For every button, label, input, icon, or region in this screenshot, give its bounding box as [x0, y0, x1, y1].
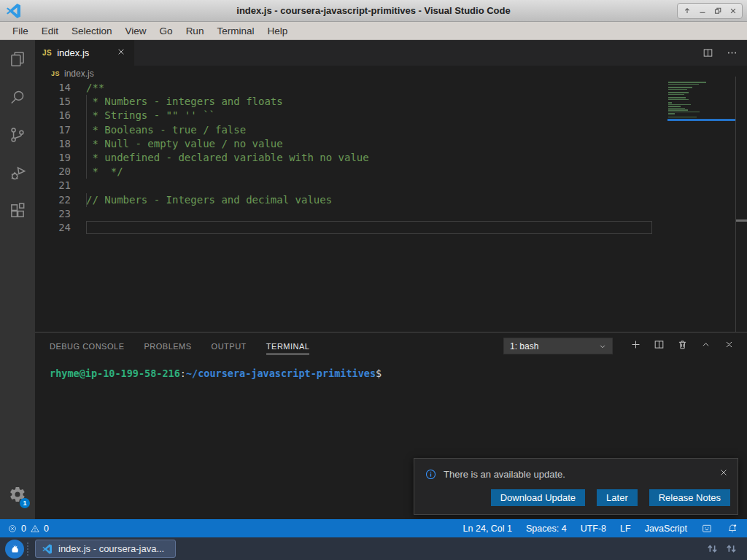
minimap-line [668, 106, 681, 107]
maximize-panel-chevron-up-icon[interactable] [700, 338, 712, 354]
info-icon [425, 468, 437, 481]
notification-close-icon[interactable] [719, 467, 729, 481]
minimize-window-button[interactable] [694, 4, 710, 18]
code-line[interactable]: 17 * Booleans - true / false [35, 123, 652, 137]
more-actions-icon[interactable] [726, 47, 738, 59]
settings-badge: 1 [20, 498, 30, 508]
code-line[interactable]: 21 [35, 179, 652, 192]
chevron-down-icon [597, 341, 608, 351]
menu-item[interactable]: Help [260, 22, 294, 40]
panel-tab[interactable]: DEBUG CONSOLE [50, 338, 124, 354]
panel-header: DEBUG CONSOLEPROBLEMSOUTPUTTERMINAL 1: b… [35, 332, 747, 359]
minimap-line [668, 117, 697, 118]
terminal-select[interactable]: 1: bash [503, 338, 613, 354]
warnings-icon [30, 524, 40, 534]
menu-item[interactable]: Terminal [210, 22, 260, 40]
tab-indexjs[interactable]: JS index.js [35, 40, 134, 66]
code-line[interactable]: 18 * Null - empty value / no value [35, 137, 652, 151]
line-text: * Numbers - integers and floats [86, 95, 283, 109]
terminal-select-value: 1: bash [510, 341, 597, 351]
panel-tab[interactable]: PROBLEMS [144, 338, 191, 354]
minimap-line [668, 87, 692, 88]
search-icon[interactable] [0, 78, 35, 116]
code-line[interactable]: 16 * Strings - "" '' `` [35, 109, 652, 122]
new-terminal-icon[interactable] [630, 338, 642, 354]
menu-item[interactable]: Selection [65, 22, 119, 40]
line-text: * Null - empty value / no value [86, 137, 283, 151]
window-title: index.js - coursera-javascript-primitive… [0, 5, 747, 16]
settings-gear-icon[interactable]: 1 [0, 477, 35, 512]
split-editor-icon[interactable] [702, 47, 714, 59]
code-line[interactable]: 20 * */ [35, 165, 652, 179]
code-line[interactable]: 15 * Numbers - integers and floats [35, 95, 652, 109]
terminal-prompt-symbol: $ [376, 368, 382, 379]
code-line[interactable]: 14 /** [35, 81, 652, 95]
errors-icon [7, 524, 18, 534]
menu-item[interactable]: File [6, 22, 35, 40]
line-text: * undefined - declared variable with no … [86, 151, 369, 165]
overview-ruler-cursor-marker [736, 219, 747, 222]
tab-close-icon[interactable] [115, 46, 127, 61]
minimap-line [668, 109, 688, 111]
line-number: 23 [35, 207, 71, 221]
notifications-bell-icon[interactable] [727, 523, 738, 534]
feedback-smiley-icon[interactable] [701, 523, 713, 534]
notification-button[interactable]: Release Notes [649, 489, 730, 506]
status-bar: 0 0 Ln 24, Col 1Spaces: 4UTF-8LFJavaScri… [0, 519, 747, 537]
maximize-window-button[interactable] [710, 4, 725, 18]
tab-label: index.js [57, 47, 115, 58]
line-number: 14 [35, 81, 71, 95]
taskbar-task-button[interactable]: index.js - coursera-java... [35, 540, 176, 558]
network-traffic-icon[interactable] [705, 542, 719, 556]
menu-item[interactable]: View [119, 22, 153, 40]
menu-item[interactable]: Edit [35, 22, 65, 40]
status-bar-right: Ln 24, Col 1Spaces: 4UTF-8LFJavaScript [463, 523, 747, 534]
close-panel-icon[interactable] [723, 338, 735, 354]
status-item[interactable]: JavaScript [645, 524, 687, 534]
run-debug-icon[interactable] [0, 154, 35, 192]
problems-status[interactable]: 0 0 [0, 524, 49, 534]
minimap-line [668, 99, 689, 101]
menu-item[interactable]: Run [179, 22, 211, 40]
line-number: 21 [35, 179, 71, 192]
source-control-icon[interactable] [0, 116, 35, 154]
status-item[interactable]: Spaces: 4 [526, 524, 567, 534]
applications-menu-icon[interactable] [5, 540, 24, 559]
code-line[interactable]: 24 [35, 221, 652, 235]
status-items: Ln 24, Col 1Spaces: 4UTF-8LFJavaScript [463, 524, 687, 534]
code-line[interactable]: 23 [35, 207, 652, 221]
overview-ruler-border [735, 77, 736, 332]
panel-tab[interactable]: OUTPUT [212, 338, 247, 354]
update-notification: There is an available update. Download U… [414, 458, 738, 515]
shade-window-button[interactable] [679, 4, 694, 18]
status-item[interactable]: LF [620, 524, 631, 534]
kill-terminal-trash-icon[interactable] [676, 338, 689, 354]
line-text: * Strings - "" '' `` [86, 109, 215, 122]
line-number: 20 [35, 165, 71, 179]
split-terminal-icon[interactable] [653, 338, 665, 354]
minimap-line [668, 108, 685, 109]
terminal-user-host: rhyme@ip-10-199-58-216 [50, 368, 180, 379]
terminal-output[interactable]: rhyme@ip-10-199-58-216:~/coursera-javasc… [35, 359, 747, 379]
warning-count: 0 [44, 524, 49, 534]
code-editor[interactable]: 14 /** 15 * Numbers - integers and float… [35, 81, 747, 332]
breadcrumb[interactable]: JS index.js [35, 66, 747, 81]
editor-actions [702, 40, 738, 66]
minimap-line [668, 92, 689, 93]
status-item[interactable]: Ln 24, Col 1 [463, 524, 512, 534]
close-window-button[interactable] [725, 4, 740, 18]
code-line[interactable]: 22 // Numbers - Integers and decimal val… [35, 193, 652, 207]
network-traffic-icon[interactable] [724, 542, 738, 556]
extensions-icon[interactable] [0, 192, 35, 230]
minimap-line [668, 102, 672, 104]
code-line[interactable]: 19 * undefined - declared variable with … [35, 151, 652, 165]
title-bar: index.js - coursera-javascript-primitive… [0, 0, 747, 22]
status-item[interactable]: UTF-8 [581, 524, 606, 534]
panel-tabs: DEBUG CONSOLEPROBLEMSOUTPUTTERMINAL [50, 338, 329, 354]
explorer-icon[interactable] [0, 40, 35, 78]
notification-button[interactable]: Later [597, 489, 638, 506]
notification-button[interactable]: Download Update [491, 489, 585, 506]
menu-item[interactable]: Go [153, 22, 179, 40]
line-text: * Booleans - true / false [86, 123, 246, 137]
panel-tab[interactable]: TERMINAL [266, 338, 310, 354]
